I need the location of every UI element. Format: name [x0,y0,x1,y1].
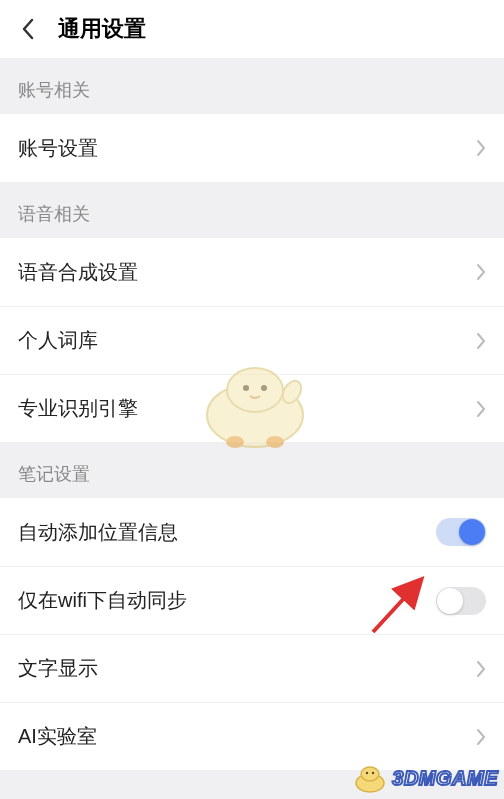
chevron-right-icon [476,332,486,350]
row-auto-location[interactable]: 自动添加位置信息 [0,498,504,566]
toggle-auto-location[interactable] [436,518,486,546]
svg-point-12 [372,772,374,774]
toggle-knob [459,519,485,545]
chevron-right-icon [476,400,486,418]
row-account-settings[interactable]: 账号设置 [0,114,504,182]
chevron-right-icon [476,139,486,157]
row-label: 自动添加位置信息 [18,519,178,546]
toggle-knob [437,588,463,614]
section-header-voice: 语音相关 [0,182,504,238]
row-pro-engine[interactable]: 专业识别引擎 [0,374,504,442]
page-title: 通用设置 [58,14,146,44]
svg-point-9 [356,774,384,792]
row-tts-settings[interactable]: 语音合成设置 [0,238,504,306]
section-header-notes: 笔记设置 [0,442,504,498]
chevron-right-icon [476,660,486,678]
back-icon[interactable] [12,13,44,45]
chevron-right-icon [476,263,486,281]
row-label: 个人词库 [18,327,98,354]
row-personal-dict[interactable]: 个人词库 [0,306,504,374]
row-label: 仅在wifi下自动同步 [18,587,187,614]
row-label: 文字显示 [18,655,98,682]
row-label: 语音合成设置 [18,259,138,286]
row-text-display[interactable]: 文字显示 [0,634,504,702]
row-label: 账号设置 [18,135,98,162]
toggle-wifi-sync[interactable] [436,587,486,615]
row-ai-lab[interactable]: AI实验室 [0,702,504,770]
header-bar: 通用设置 [0,0,504,58]
svg-point-11 [366,772,368,774]
row-label: 专业识别引擎 [18,395,138,422]
chevron-right-icon [476,728,486,746]
section-header-account: 账号相关 [0,58,504,114]
row-wifi-sync[interactable]: 仅在wifi下自动同步 [0,566,504,634]
row-label: AI实验室 [18,723,97,750]
